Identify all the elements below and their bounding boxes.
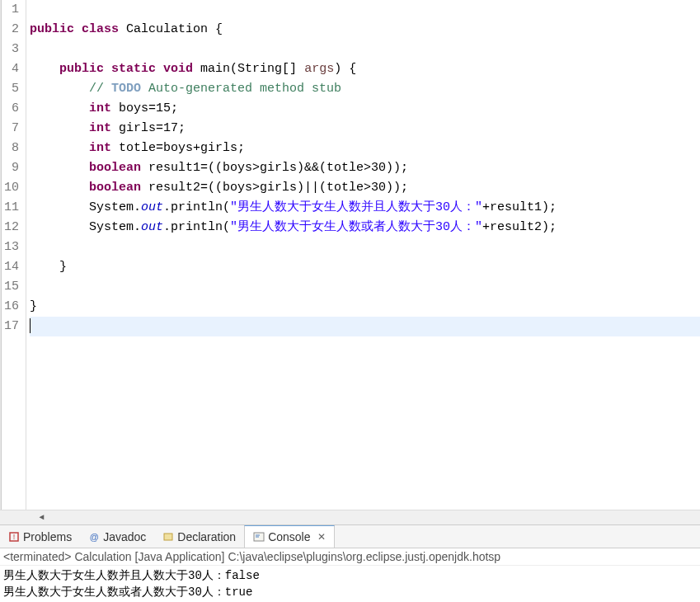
console-line: 男生人数大于女生人数并且人数大于30人：false — [3, 567, 697, 584]
tab-console[interactable]: Console ✕ — [244, 525, 334, 548]
line-number: 17 — [2, 317, 19, 336]
line-number: 4 — [2, 59, 19, 79]
code-line[interactable]: public static void main(String[] args) { — [30, 59, 700, 79]
problems-icon: ! — [8, 531, 20, 543]
code-line[interactable]: System.out.println("男生人数大于女生人数并且人数大于30人：… — [30, 198, 700, 218]
declaration-icon — [162, 531, 174, 543]
code-line[interactable]: boolean result2=((boys>girls)||(totle>30… — [30, 178, 700, 198]
line-number-gutter: 1 2 3 4 5 6 7 8 9 10 11 12 13 14 15 16 1… — [0, 0, 26, 510]
code-line[interactable]: int boys=15; — [30, 99, 700, 119]
view-tabs: ! Problems @ Javadoc Declaration Console… — [0, 525, 700, 548]
line-number: 12 — [2, 218, 19, 238]
code-line[interactable]: } — [30, 297, 700, 317]
code-line[interactable]: System.out.println("男生人数大于女生人数或者人数大于30人：… — [30, 218, 700, 238]
code-line[interactable]: int girls=17; — [30, 119, 700, 139]
svg-text:!: ! — [13, 533, 16, 541]
console-line: 男生人数大于女生人数或者人数大于30人：true — [3, 584, 697, 600]
svg-rect-3 — [164, 534, 172, 540]
line-number: 1 — [2, 0, 19, 20]
tab-label: Problems — [23, 530, 72, 543]
line-number: 16 — [2, 297, 19, 317]
tab-declaration[interactable]: Declaration — [154, 525, 244, 548]
line-number: 2 — [2, 20, 19, 40]
code-line[interactable]: int totle=boys+girls; — [30, 139, 700, 158]
line-number: 14 — [2, 257, 19, 277]
code-editor[interactable]: 1 2 3 4 5 6 7 8 9 10 11 12 13 14 15 16 1… — [0, 0, 700, 510]
tab-javadoc[interactable]: @ Javadoc — [80, 525, 154, 548]
code-line[interactable] — [30, 40, 700, 59]
tab-label: Javadoc — [103, 530, 146, 543]
line-number: 3 — [2, 40, 19, 59]
javadoc-icon: @ — [88, 531, 100, 543]
line-number: 8 — [2, 139, 19, 158]
line-number: 10 — [2, 178, 19, 198]
code-line[interactable]: // TODO Auto-generated method stub — [30, 79, 700, 99]
line-number: 7 — [2, 119, 19, 139]
code-line[interactable]: public class Calculation { — [30, 20, 700, 40]
tab-label: Console — [268, 530, 310, 543]
scroll-left-icon[interactable]: ◄ — [35, 510, 49, 524]
console-icon — [253, 531, 265, 543]
code-line[interactable]: boolean result1=((boys>girls)&&(totle>30… — [30, 158, 700, 178]
line-number: 5 — [2, 79, 19, 99]
code-line[interactable] — [30, 277, 700, 297]
bottom-panel: ! Problems @ Javadoc Declaration Console… — [0, 524, 700, 602]
tab-problems[interactable]: ! Problems — [0, 525, 80, 548]
console-output[interactable]: 男生人数大于女生人数并且人数大于30人：false 男生人数大于女生人数或者人数… — [0, 566, 700, 602]
code-content[interactable]: public class Calculation { public static… — [26, 0, 700, 510]
tab-label: Declaration — [177, 530, 236, 543]
console-status: <terminated> Calculation [Java Applicati… — [0, 548, 700, 566]
svg-text:@: @ — [90, 532, 99, 542]
code-line[interactable]: } — [30, 257, 700, 277]
code-line[interactable] — [30, 0, 700, 20]
text-cursor — [30, 318, 31, 333]
line-number: 6 — [2, 99, 19, 119]
line-number: 11 — [2, 198, 19, 218]
close-icon[interactable]: ✕ — [317, 531, 326, 543]
line-number: 9 — [2, 158, 19, 178]
line-number: 13 — [2, 238, 19, 257]
horizontal-scrollbar[interactable]: ◄ — [0, 510, 700, 524]
code-line[interactable] — [30, 238, 700, 257]
code-line[interactable] — [30, 317, 700, 336]
line-number: 15 — [2, 277, 19, 297]
